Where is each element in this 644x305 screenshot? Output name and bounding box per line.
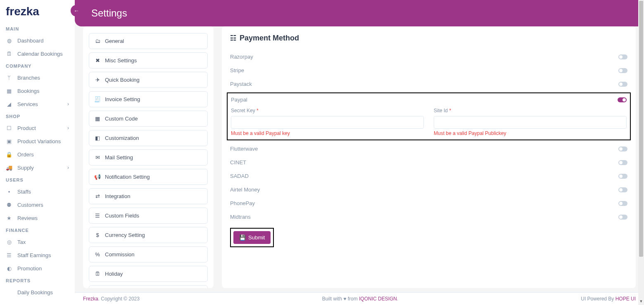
nav-item-staffs[interactable]: ▪Staffs — [0, 185, 75, 198]
settings-item-misc-settings[interactable]: ✖Misc Settings — [89, 52, 208, 69]
toggle-cinet[interactable] — [618, 160, 627, 165]
nav-item-bookings[interactable]: ▦Bookings — [0, 84, 75, 97]
settings-item-customization[interactable]: ◧Customization — [89, 130, 208, 146]
settings-item-label: Integration — [105, 193, 130, 199]
toggle-stripe[interactable] — [618, 68, 627, 73]
footer-brand-link[interactable]: Frezka — [83, 296, 98, 302]
settings-item-currency-setting[interactable]: $Currency Setting — [89, 227, 208, 243]
nav-label: Staff Earnings — [17, 252, 51, 258]
nav-section-title: USERS — [0, 174, 75, 185]
nav-item-promotion[interactable]: ◐Promotion — [0, 262, 75, 275]
nav-item-branches[interactable]: ᛘBranches — [0, 71, 75, 84]
settings-item-invoice-setting[interactable]: 🧾Invoice Setting — [89, 91, 208, 107]
nav-label: Tax — [17, 239, 26, 245]
toggle-phonepay[interactable] — [618, 201, 627, 206]
footer-builder-link[interactable]: IQONIC DESIGN — [359, 296, 397, 302]
nav-label: Bookings — [17, 88, 39, 94]
nav-icon: ▦ — [6, 87, 12, 94]
settings-item-icon: 🧾 — [94, 96, 101, 102]
settings-item-integration[interactable]: ⇄Integration — [89, 188, 208, 204]
site-id-error: Must be a valid Paypal Publickey — [434, 130, 627, 136]
nav-section-title: FINANCE — [0, 225, 75, 235]
site-id-input[interactable] — [434, 116, 627, 129]
settings-item-commission[interactable]: %Commission — [89, 246, 208, 262]
toggle-sadad[interactable] — [618, 174, 627, 179]
scrollbar-thumb[interactable] — [639, 1, 643, 257]
toggle-midtrans[interactable] — [618, 215, 627, 220]
settings-menu-panel: 🗂General✖Misc Settings✈Quick Booking🧾Inv… — [83, 26, 214, 288]
nav-item-product-variations[interactable]: ▣Product Variations — [0, 135, 75, 148]
arrow-left-icon: ← — [74, 7, 79, 14]
nav-item-supply[interactable]: 🚚Supply› — [0, 161, 75, 174]
settings-item-mail-setting[interactable]: ✉Mail Setting — [89, 149, 208, 166]
required-marker: * — [449, 108, 451, 113]
settings-item-label: Misc Settings — [105, 57, 137, 64]
settings-item-bussiness-hours[interactable]: 🕐Bussiness Hours — [89, 285, 208, 288]
submit-label: Submit — [248, 234, 265, 241]
nav-item-services[interactable]: ◢Services› — [0, 97, 75, 111]
settings-item-holiday[interactable]: 🗓Holiday — [89, 266, 208, 282]
method-label: PhonePay — [230, 200, 255, 206]
site-id-field: Site Id * Must be a valid Paypal Publick… — [434, 108, 627, 136]
nav-item-dashboard[interactable]: ◍Dashboard — [0, 34, 75, 47]
scrollbar-down-arrow[interactable]: ▼ — [638, 299, 644, 305]
chevron-right-icon: › — [67, 165, 69, 170]
panel-title: ☷ Payment Method — [230, 34, 627, 43]
scrollbar-track[interactable]: ▲ ▼ — [638, 0, 644, 305]
site-id-label: Site Id — [434, 108, 448, 113]
toggle-paystack[interactable] — [618, 82, 627, 87]
nav-item-calendar-bookings[interactable]: 🗓Calendar Bookings — [0, 47, 75, 60]
main-area: Settings 🗂General✖Misc Settings✈Quick Bo… — [75, 0, 644, 305]
nav-icon: ◢ — [6, 101, 12, 107]
nav-label: Supply — [17, 165, 34, 171]
settings-item-general[interactable]: 🗂General — [89, 33, 208, 49]
nav-item-customers[interactable]: ⚉Customers — [0, 198, 75, 211]
method-row-airtel-money: Airtel Money — [230, 183, 627, 196]
method-label: Stripe — [230, 67, 244, 73]
nav-item-orders[interactable]: 🔒Orders — [0, 148, 75, 161]
settings-item-notification-setting[interactable]: 📢Notification Setting — [89, 169, 208, 185]
method-label: Airtel Money — [230, 187, 260, 193]
settings-item-icon: ☰ — [94, 213, 101, 219]
nav-item-tax[interactable]: ◎Tax — [0, 235, 75, 248]
toggle-flutterwave[interactable] — [618, 147, 627, 151]
nav-item-reviews[interactable]: ★Reviews — [0, 211, 75, 225]
toggle-razorpay[interactable] — [618, 54, 627, 59]
sidebar-collapse-button[interactable]: ← — [71, 5, 82, 17]
nav-label: Product — [17, 125, 36, 131]
secret-key-input[interactable] — [231, 116, 424, 129]
method-label: SADAD — [230, 173, 249, 179]
toggle-airtel-money[interactable] — [618, 187, 627, 192]
footer-copyright: . Copyright © 2023 — [98, 296, 140, 302]
method-label: Flutterwave — [230, 146, 258, 152]
secret-key-error: Must be a valid Paypal key — [231, 130, 424, 136]
settings-item-icon: ◧ — [94, 135, 101, 141]
settings-item-label: Commission — [105, 251, 135, 258]
method-label: Paypal — [231, 97, 247, 103]
nav-label: Staffs — [17, 189, 31, 195]
settings-item-custom-code[interactable]: ▦Custom Code — [89, 111, 208, 127]
brand-logo: frezka — [0, 5, 75, 23]
method-row-paystack: Paystack — [230, 77, 627, 91]
method-row-sadad: SADAD — [230, 169, 627, 183]
footer-powered-link[interactable]: HOPE UI — [615, 296, 636, 302]
submit-button[interactable]: 💾 Submit — [233, 231, 271, 244]
nav-item-daily-bookings[interactable]: Daily Bookings — [0, 286, 75, 299]
nav-icon: ◍ — [6, 37, 12, 44]
chevron-right-icon: › — [67, 101, 69, 107]
method-label: Razorpay — [230, 54, 253, 60]
settings-item-custom-fields[interactable]: ☰Custom Fields — [89, 208, 208, 224]
nav-label: Customers — [17, 202, 43, 208]
toggle-paypal[interactable] — [618, 97, 627, 102]
nav-item-product[interactable]: ☐Product› — [0, 121, 75, 135]
nav-item-staff-earnings[interactable]: ☰Staff Earnings — [0, 248, 75, 262]
settings-item-label: Currency Setting — [105, 232, 145, 238]
nav-label: Calendar Bookings — [17, 51, 63, 57]
settings-item-quick-booking[interactable]: ✈Quick Booking — [89, 72, 208, 88]
stack-icon: ☷ — [230, 34, 236, 43]
nav-icon: ☰ — [6, 252, 12, 258]
nav-label: Reviews — [17, 215, 38, 221]
settings-item-icon: ⇄ — [94, 193, 101, 199]
nav-label: Dashboard — [17, 38, 44, 44]
nav-section-title: SHOP — [0, 111, 75, 121]
